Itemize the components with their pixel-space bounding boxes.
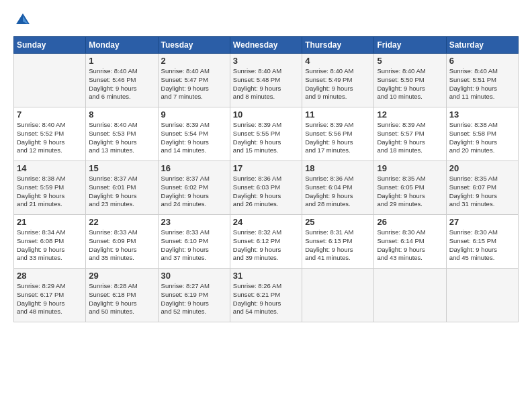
day-info: Sunrise: 8:39 AMSunset: 5:57 PMDaylight:… bbox=[377, 121, 443, 155]
day-info: Sunrise: 8:32 AMSunset: 6:12 PMDaylight:… bbox=[233, 228, 299, 263]
weekday-header-tuesday: Tuesday bbox=[158, 37, 230, 54]
calendar-cell bbox=[302, 269, 374, 322]
header bbox=[13, 11, 519, 30]
calendar-week-2: 7Sunrise: 8:40 AMSunset: 5:52 PMDaylight… bbox=[14, 107, 519, 161]
calendar-cell: 17Sunrise: 8:36 AMSunset: 6:03 PMDayligh… bbox=[230, 161, 302, 215]
day-number: 12 bbox=[377, 109, 443, 120]
calendar-cell: 6Sunrise: 8:40 AMSunset: 5:51 PMDaylight… bbox=[446, 54, 518, 107]
calendar-table: SundayMondayTuesdayWednesdayThursdayFrid… bbox=[13, 36, 519, 322]
day-number: 25 bbox=[305, 217, 371, 227]
day-number: 7 bbox=[17, 109, 83, 120]
day-info: Sunrise: 8:39 AMSunset: 5:54 PMDaylight:… bbox=[161, 121, 227, 155]
day-number: 15 bbox=[89, 163, 154, 173]
day-number: 2 bbox=[161, 56, 227, 66]
day-number: 3 bbox=[233, 56, 299, 66]
day-info: Sunrise: 8:30 AMSunset: 6:15 PMDaylight:… bbox=[449, 228, 515, 263]
day-number: 14 bbox=[17, 163, 83, 173]
day-info: Sunrise: 8:36 AMSunset: 6:03 PMDaylight:… bbox=[233, 175, 299, 209]
weekday-header-thursday: Thursday bbox=[302, 37, 374, 54]
calendar-cell: 14Sunrise: 8:38 AMSunset: 5:59 PMDayligh… bbox=[14, 161, 86, 215]
calendar-cell: 13Sunrise: 8:38 AMSunset: 5:58 PMDayligh… bbox=[446, 107, 518, 161]
logo bbox=[13, 11, 35, 30]
calendar-cell: 5Sunrise: 8:40 AMSunset: 5:50 PMDaylight… bbox=[374, 54, 446, 107]
day-info: Sunrise: 8:40 AMSunset: 5:51 PMDaylight:… bbox=[449, 67, 515, 101]
day-info: Sunrise: 8:33 AMSunset: 6:10 PMDaylight:… bbox=[161, 228, 227, 263]
day-info: Sunrise: 8:39 AMSunset: 5:55 PMDaylight:… bbox=[233, 121, 299, 155]
calendar-cell: 30Sunrise: 8:27 AMSunset: 6:19 PMDayligh… bbox=[158, 269, 230, 322]
weekday-header-row: SundayMondayTuesdayWednesdayThursdayFrid… bbox=[14, 37, 519, 54]
day-info: Sunrise: 8:36 AMSunset: 6:04 PMDaylight:… bbox=[305, 175, 371, 209]
calendar-cell: 19Sunrise: 8:35 AMSunset: 6:05 PMDayligh… bbox=[374, 161, 446, 215]
calendar-cell: 24Sunrise: 8:32 AMSunset: 6:12 PMDayligh… bbox=[230, 215, 302, 269]
calendar-week-5: 28Sunrise: 8:29 AMSunset: 6:17 PMDayligh… bbox=[14, 269, 519, 322]
day-number: 8 bbox=[89, 109, 154, 120]
day-info: Sunrise: 8:40 AMSunset: 5:50 PMDaylight:… bbox=[377, 67, 443, 101]
day-number: 29 bbox=[89, 271, 154, 281]
day-info: Sunrise: 8:34 AMSunset: 6:08 PMDaylight:… bbox=[17, 228, 83, 263]
calendar-cell: 25Sunrise: 8:31 AMSunset: 6:13 PMDayligh… bbox=[302, 215, 374, 269]
day-number: 6 bbox=[449, 56, 515, 66]
day-info: Sunrise: 8:35 AMSunset: 6:07 PMDaylight:… bbox=[449, 175, 515, 209]
calendar-cell: 2Sunrise: 8:40 AMSunset: 5:47 PMDaylight… bbox=[158, 54, 230, 107]
calendar-cell: 29Sunrise: 8:28 AMSunset: 6:18 PMDayligh… bbox=[86, 269, 158, 322]
calendar-cell bbox=[446, 269, 518, 322]
day-number: 16 bbox=[161, 163, 227, 173]
day-number: 13 bbox=[449, 109, 515, 120]
day-number: 4 bbox=[305, 56, 371, 66]
calendar-cell: 1Sunrise: 8:40 AMSunset: 5:46 PMDaylight… bbox=[86, 54, 158, 107]
day-info: Sunrise: 8:39 AMSunset: 5:56 PMDaylight:… bbox=[305, 121, 371, 155]
calendar-cell: 11Sunrise: 8:39 AMSunset: 5:56 PMDayligh… bbox=[302, 107, 374, 161]
day-number: 31 bbox=[233, 271, 299, 281]
weekday-header-sunday: Sunday bbox=[14, 37, 86, 54]
calendar-cell: 31Sunrise: 8:26 AMSunset: 6:21 PMDayligh… bbox=[230, 269, 302, 322]
day-number: 5 bbox=[377, 56, 443, 66]
calendar-cell: 27Sunrise: 8:30 AMSunset: 6:15 PMDayligh… bbox=[446, 215, 518, 269]
day-info: Sunrise: 8:27 AMSunset: 6:19 PMDaylight:… bbox=[161, 282, 227, 316]
day-info: Sunrise: 8:35 AMSunset: 6:05 PMDaylight:… bbox=[377, 175, 443, 209]
calendar-cell: 26Sunrise: 8:30 AMSunset: 6:14 PMDayligh… bbox=[374, 215, 446, 269]
calendar-cell: 9Sunrise: 8:39 AMSunset: 5:54 PMDaylight… bbox=[158, 107, 230, 161]
day-info: Sunrise: 8:26 AMSunset: 6:21 PMDaylight:… bbox=[233, 282, 299, 316]
page: SundayMondayTuesdayWednesdayThursdayFrid… bbox=[0, 0, 532, 411]
day-info: Sunrise: 8:40 AMSunset: 5:47 PMDaylight:… bbox=[161, 67, 227, 101]
calendar-week-4: 21Sunrise: 8:34 AMSunset: 6:08 PMDayligh… bbox=[14, 215, 519, 269]
day-number: 21 bbox=[17, 217, 83, 227]
day-info: Sunrise: 8:40 AMSunset: 5:49 PMDaylight:… bbox=[305, 67, 371, 101]
day-info: Sunrise: 8:37 AMSunset: 6:01 PMDaylight:… bbox=[89, 175, 154, 209]
day-number: 18 bbox=[305, 163, 371, 173]
day-number: 9 bbox=[161, 109, 227, 120]
calendar-cell: 28Sunrise: 8:29 AMSunset: 6:17 PMDayligh… bbox=[14, 269, 86, 322]
logo-icon bbox=[13, 11, 32, 30]
calendar-cell bbox=[374, 269, 446, 322]
day-info: Sunrise: 8:29 AMSunset: 6:17 PMDaylight:… bbox=[17, 282, 83, 316]
day-number: 10 bbox=[233, 109, 299, 120]
calendar-week-1: 1Sunrise: 8:40 AMSunset: 5:46 PMDaylight… bbox=[14, 54, 519, 107]
day-info: Sunrise: 8:30 AMSunset: 6:14 PMDaylight:… bbox=[377, 228, 443, 263]
day-number: 11 bbox=[305, 109, 371, 120]
calendar-cell: 7Sunrise: 8:40 AMSunset: 5:52 PMDaylight… bbox=[14, 107, 86, 161]
weekday-header-monday: Monday bbox=[86, 37, 158, 54]
calendar-cell: 18Sunrise: 8:36 AMSunset: 6:04 PMDayligh… bbox=[302, 161, 374, 215]
weekday-header-saturday: Saturday bbox=[446, 37, 518, 54]
calendar-week-3: 14Sunrise: 8:38 AMSunset: 5:59 PMDayligh… bbox=[14, 161, 519, 215]
calendar-cell: 23Sunrise: 8:33 AMSunset: 6:10 PMDayligh… bbox=[158, 215, 230, 269]
calendar-cell bbox=[14, 54, 86, 107]
day-number: 23 bbox=[161, 217, 227, 227]
day-number: 30 bbox=[161, 271, 227, 281]
calendar-cell: 21Sunrise: 8:34 AMSunset: 6:08 PMDayligh… bbox=[14, 215, 86, 269]
calendar-cell: 10Sunrise: 8:39 AMSunset: 5:55 PMDayligh… bbox=[230, 107, 302, 161]
calendar-cell: 15Sunrise: 8:37 AMSunset: 6:01 PMDayligh… bbox=[86, 161, 158, 215]
day-number: 24 bbox=[233, 217, 299, 227]
weekday-header-wednesday: Wednesday bbox=[230, 37, 302, 54]
calendar-cell: 22Sunrise: 8:33 AMSunset: 6:09 PMDayligh… bbox=[86, 215, 158, 269]
day-info: Sunrise: 8:33 AMSunset: 6:09 PMDaylight:… bbox=[89, 228, 154, 263]
day-number: 26 bbox=[377, 217, 443, 227]
day-info: Sunrise: 8:28 AMSunset: 6:18 PMDaylight:… bbox=[89, 282, 154, 316]
day-info: Sunrise: 8:40 AMSunset: 5:53 PMDaylight:… bbox=[89, 121, 154, 155]
day-number: 27 bbox=[449, 217, 515, 227]
day-number: 1 bbox=[89, 56, 154, 66]
calendar-cell: 12Sunrise: 8:39 AMSunset: 5:57 PMDayligh… bbox=[374, 107, 446, 161]
calendar-cell: 4Sunrise: 8:40 AMSunset: 5:49 PMDaylight… bbox=[302, 54, 374, 107]
day-info: Sunrise: 8:38 AMSunset: 5:58 PMDaylight:… bbox=[449, 121, 515, 155]
day-info: Sunrise: 8:40 AMSunset: 5:52 PMDaylight:… bbox=[17, 121, 83, 155]
